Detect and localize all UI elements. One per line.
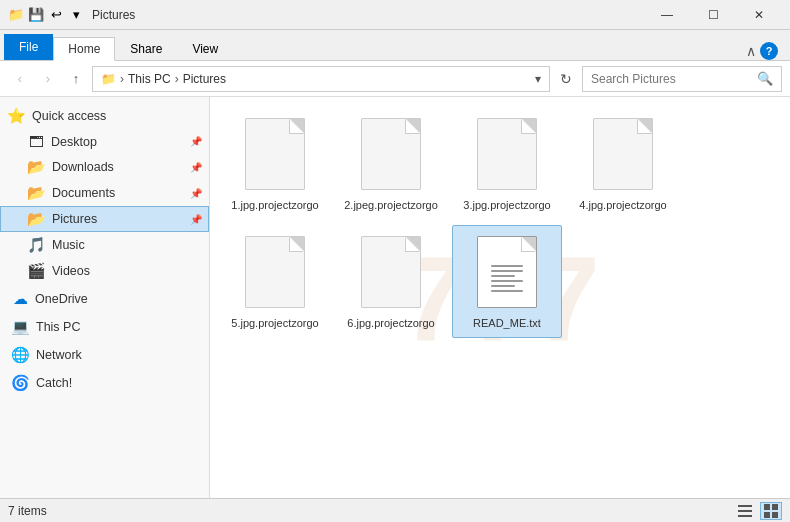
forward-button[interactable]: › <box>36 67 60 91</box>
close-button[interactable]: ✕ <box>736 0 782 30</box>
videos-icon: 🎬 <box>27 262 46 280</box>
ribbon-chevron: ∧ ? <box>746 42 786 60</box>
item-count: 7 items <box>8 504 47 518</box>
help-icon[interactable]: ? <box>760 42 778 60</box>
sidebar-item-desktop[interactable]: 🗔 Desktop 📌 <box>0 129 209 154</box>
catch-label: Catch! <box>36 376 72 390</box>
sidebar-item-catch[interactable]: 🌀 Catch! <box>0 370 209 396</box>
thispc-icon: 💻 <box>11 318 30 336</box>
file-item-1[interactable]: 1.jpg.projectzorgo <box>220 107 330 219</box>
address-path[interactable]: 📁 › This PC › Pictures ▾ <box>92 66 550 92</box>
view-controls <box>734 502 782 520</box>
file-item-2[interactable]: 2.jpeg.projectzorgo <box>336 107 446 219</box>
pin-icon-desktop: 📌 <box>190 136 202 147</box>
minimize-button[interactable]: — <box>644 0 690 30</box>
path-segment-folder-icon: 📁 <box>101 72 116 86</box>
quick-access-section: ⭐ Quick access 🗔 Desktop 📌 📂 Downloads 📌… <box>0 103 209 284</box>
undo-icon[interactable]: ↩ <box>48 7 64 23</box>
file-icon-wrapper-7 <box>472 232 542 312</box>
sidebar-item-quick-access[interactable]: ⭐ Quick access <box>0 103 209 129</box>
file-icon-wrapper-6 <box>356 232 426 312</box>
title-bar-quick-icons: 📁 💾 ↩ ▾ <box>8 7 84 23</box>
file-item-3[interactable]: 3.jpg.projectzorgo <box>452 107 562 219</box>
pictures-label: Pictures <box>52 212 97 226</box>
svg-rect-3 <box>764 504 770 510</box>
music-icon: 🎵 <box>27 236 46 254</box>
pictures-icon: 📂 <box>27 210 46 228</box>
path-dropdown-icon[interactable]: ▾ <box>535 72 541 86</box>
refresh-button[interactable]: ↻ <box>554 67 578 91</box>
catch-icon: 🌀 <box>11 374 30 392</box>
title-bar: 📁 💾 ↩ ▾ Pictures — ☐ ✕ <box>0 0 790 30</box>
up-button[interactable]: ↑ <box>64 67 88 91</box>
sidebar-item-network[interactable]: 🌐 Network <box>0 342 209 368</box>
sidebar-item-downloads[interactable]: 📂 Downloads 📌 <box>0 154 209 180</box>
file-name-6: 6.jpg.projectzorgo <box>347 316 434 330</box>
quick-access-label: Quick access <box>32 109 106 123</box>
files-grid: 1.jpg.projectzorgo 2.jpeg.projectzorgo 3… <box>220 107 780 338</box>
save-icon[interactable]: 💾 <box>28 7 44 23</box>
file-area: 777 1.jpg.projectzorgo 2.jpeg.projectzor… <box>210 97 790 498</box>
search-input[interactable] <box>591 72 753 86</box>
window-controls: — ☐ ✕ <box>644 0 782 30</box>
list-view-button[interactable] <box>734 502 756 520</box>
file-icon-wrapper-5 <box>240 232 310 312</box>
downloads-label: Downloads <box>52 160 114 174</box>
sidebar: ⭐ Quick access 🗔 Desktop 📌 📂 Downloads 📌… <box>0 97 210 498</box>
sidebar-item-pictures[interactable]: 📂 Pictures 📌 <box>0 206 209 232</box>
catch-section: 🌀 Catch! <box>0 370 209 396</box>
file-icon-wrapper-2 <box>356 114 426 194</box>
tile-view-icon <box>764 504 778 518</box>
pin-icon-documents: 📌 <box>190 188 202 199</box>
desktop-icon: 🗔 <box>27 133 45 150</box>
svg-rect-0 <box>738 505 752 507</box>
sidebar-item-onedrive[interactable]: ☁ OneDrive <box>0 286 209 312</box>
txt-line-3 <box>491 275 515 277</box>
file-icon-generic-4 <box>593 118 653 190</box>
onedrive-section: ☁ OneDrive <box>0 286 209 312</box>
file-name-2: 2.jpeg.projectzorgo <box>344 198 438 212</box>
tab-view[interactable]: View <box>177 37 233 61</box>
tab-file[interactable]: File <box>4 34 53 60</box>
txt-line-4 <box>491 280 523 282</box>
ribbon: File Home Share View ∧ ? <box>0 30 790 61</box>
file-icon-generic-6 <box>361 236 421 308</box>
maximize-button[interactable]: ☐ <box>690 0 736 30</box>
ribbon-tabs: File Home Share View ∧ ? <box>0 30 790 60</box>
txt-line-2 <box>491 270 523 272</box>
path-folder[interactable]: Pictures <box>183 72 226 86</box>
sidebar-item-music[interactable]: 🎵 Music <box>0 232 209 258</box>
txt-content-lines <box>491 253 523 292</box>
file-icon-generic-2 <box>361 118 421 190</box>
file-icon-wrapper-1 <box>240 114 310 194</box>
sidebar-item-thispc[interactable]: 💻 This PC <box>0 314 209 340</box>
svg-rect-2 <box>738 515 752 517</box>
txt-line-1 <box>491 265 523 267</box>
file-icon-generic-5 <box>245 236 305 308</box>
music-label: Music <box>52 238 85 252</box>
file-name-5: 5.jpg.projectzorgo <box>231 316 318 330</box>
documents-label: Documents <box>52 186 115 200</box>
file-item-7[interactable]: READ_ME.txt <box>452 225 562 337</box>
path-this-pc[interactable]: This PC <box>128 72 171 86</box>
sidebar-item-videos[interactable]: 🎬 Videos <box>0 258 209 284</box>
file-item-4[interactable]: 4.jpg.projectzorgo <box>568 107 678 219</box>
file-item-5[interactable]: 5.jpg.projectzorgo <box>220 225 330 337</box>
file-icon-wrapper-3 <box>472 114 542 194</box>
pin-icon-downloads: 📌 <box>190 162 202 173</box>
tab-home[interactable]: Home <box>53 37 115 61</box>
collapse-icon[interactable]: ∧ <box>746 43 756 59</box>
dropdown-icon[interactable]: ▾ <box>68 7 84 23</box>
file-name-4: 4.jpg.projectzorgo <box>579 198 666 212</box>
svg-rect-1 <box>738 510 752 512</box>
svg-rect-5 <box>764 512 770 518</box>
thispc-section: 💻 This PC <box>0 314 209 340</box>
search-icon[interactable]: 🔍 <box>757 71 773 86</box>
folder-icon: 📁 <box>8 7 24 23</box>
tile-view-button[interactable] <box>760 502 782 520</box>
sidebar-item-documents[interactable]: 📂 Documents 📌 <box>0 180 209 206</box>
file-item-6[interactable]: 6.jpg.projectzorgo <box>336 225 446 337</box>
back-button[interactable]: ‹ <box>8 67 32 91</box>
quick-access-icon: ⭐ <box>7 107 26 125</box>
tab-share[interactable]: Share <box>115 37 177 61</box>
